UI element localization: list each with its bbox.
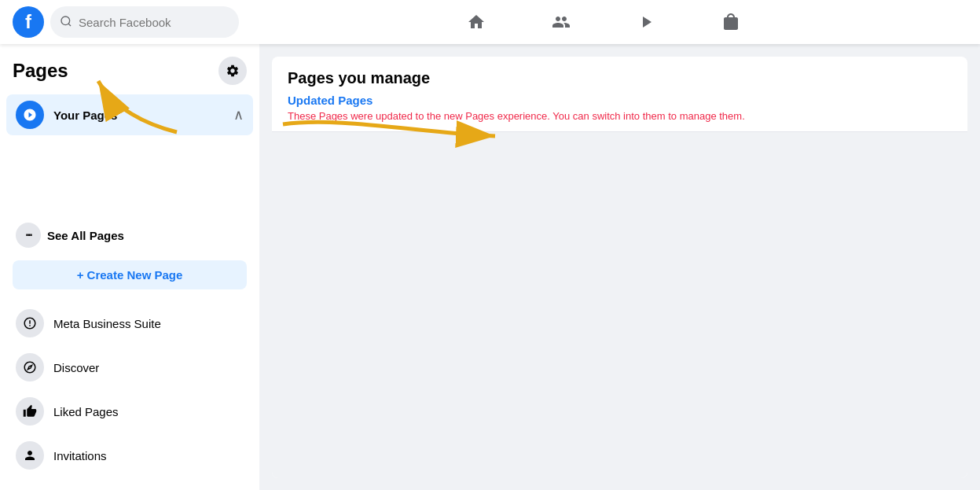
invitations-label: Invitations — [53, 449, 107, 462]
pages-list-empty — [0, 138, 259, 216]
create-new-page-button[interactable]: + Create New Page — [13, 260, 247, 289]
liked-pages-label: Liked Pages — [53, 405, 119, 418]
invitations-link[interactable]: Invitations — [6, 435, 253, 476]
more-icon: ··· — [16, 223, 41, 248]
meta-business-suite-icon — [16, 309, 44, 337]
updated-pages-desc: These Pages were updated to the new Page… — [288, 110, 952, 122]
liked-pages-link[interactable]: Liked Pages — [6, 391, 253, 432]
home-nav-button[interactable] — [457, 3, 495, 41]
svg-point-0 — [61, 17, 70, 25]
sidebar-header: Pages — [0, 44, 259, 91]
sidebar: Pages Your Pages ∧ — [0, 44, 259, 490]
see-all-pages-label: See All Pages — [47, 229, 124, 242]
see-all-pages-button[interactable]: ··· See All Pages — [0, 216, 259, 254]
discover-label: Discover — [53, 361, 99, 374]
discover-link[interactable]: Discover — [6, 347, 253, 388]
content-area: Pages you manage Updated Pages These Pag… — [259, 44, 980, 490]
facebook-logo[interactable]: f — [13, 6, 44, 38]
marketplace-nav-button[interactable] — [712, 3, 750, 41]
invitations-icon — [16, 441, 44, 470]
updated-pages-title: Updated Pages — [288, 94, 952, 107]
your-pages-left: Your Pages — [16, 101, 117, 129]
create-new-page-label: + Create New Page — [77, 268, 183, 282]
settings-button[interactable] — [218, 57, 247, 85]
pages-manage-title: Pages you manage — [288, 69, 952, 87]
meta-business-suite-link[interactable]: Meta Business Suite — [6, 303, 253, 344]
pages-manage-header: Pages you manage Updated Pages These Pag… — [272, 57, 967, 132]
chevron-up-icon: ∧ — [233, 106, 244, 123]
nav-center — [239, 3, 967, 41]
search-icon — [60, 15, 72, 30]
sidebar-divider — [0, 296, 259, 301]
sidebar-title: Pages — [13, 60, 68, 82]
search-input[interactable] — [79, 16, 229, 29]
liked-pages-icon — [16, 397, 44, 426]
your-pages-row[interactable]: Your Pages ∧ — [6, 94, 253, 135]
pages-manage-body — [272, 132, 967, 478]
search-bar — [50, 6, 239, 38]
top-nav: f — [0, 0, 980, 44]
friends-nav-button[interactable] — [542, 3, 580, 41]
discover-icon — [16, 353, 44, 381]
pages-manage-card: Pages you manage Updated Pages These Pag… — [272, 57, 967, 478]
svg-line-1 — [68, 24, 71, 26]
meta-business-suite-label: Meta Business Suite — [53, 317, 161, 330]
your-pages-label: Your Pages — [53, 109, 117, 122]
watch-nav-button[interactable] — [627, 3, 665, 41]
your-pages-icon — [16, 101, 44, 129]
